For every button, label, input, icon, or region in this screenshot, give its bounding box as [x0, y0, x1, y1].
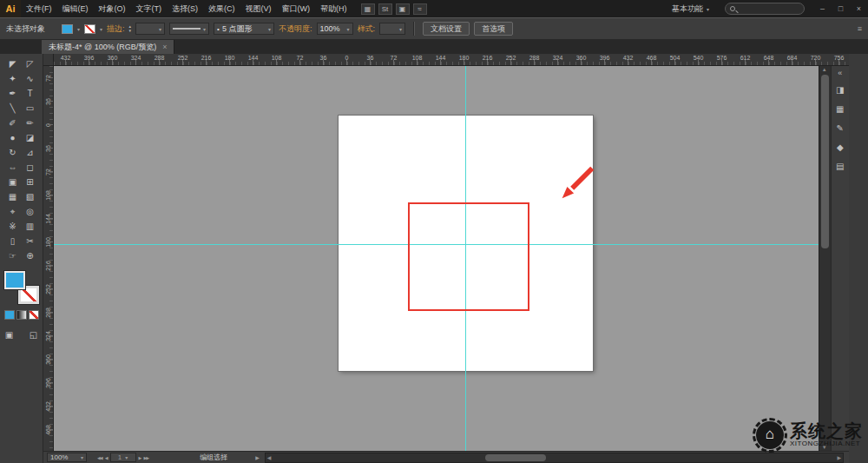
fill-dropdown-icon[interactable]: ▾ — [77, 26, 80, 32]
menu-help[interactable]: 帮助(H) — [315, 0, 352, 17]
minimize-button[interactable]: – — [813, 2, 832, 16]
free-transform-tool[interactable]: ◻ — [22, 160, 39, 175]
blob-brush-tool[interactable]: ● — [4, 130, 22, 145]
zoom-dropdown[interactable]: 100% ▾ — [47, 453, 87, 462]
shape-builder-tool[interactable]: ▣ — [4, 175, 22, 189]
slice-tool[interactable]: ✂ — [22, 234, 39, 248]
first-artboard-button[interactable]: ◀◀ — [97, 455, 102, 460]
preferences-button[interactable]: 首选项 — [474, 22, 513, 36]
eraser-tool[interactable]: ◪ — [22, 130, 39, 145]
close-button[interactable]: × — [850, 2, 868, 16]
menu-effect[interactable]: 效果(C) — [203, 0, 240, 17]
drawing-mode-button[interactable]: ▣ — [1, 327, 18, 342]
hruler-label: 180 — [218, 54, 241, 65]
fill-color-swatch[interactable] — [62, 24, 73, 34]
hruler-label: 576 — [710, 54, 733, 65]
magic-wand-tool[interactable]: ✦ — [4, 71, 22, 86]
document-setup-button[interactable]: 文档设置 — [423, 22, 470, 36]
artboard-number-field[interactable]: 1 ▾ — [110, 453, 136, 462]
artboard-tool[interactable]: ▯ — [4, 234, 22, 248]
pencil-tool[interactable]: ✏ — [22, 116, 39, 130]
search-input[interactable] — [739, 4, 799, 14]
scale-tool[interactable]: ⊿ — [22, 145, 39, 160]
menu-type[interactable]: 文字(T) — [131, 0, 168, 17]
status-menu-icon[interactable]: ▶ — [255, 454, 260, 460]
search-box — [725, 3, 805, 15]
vertical-ruler[interactable]: 7236036721081441802162522883243603964324… — [43, 66, 54, 451]
cs-live-icon[interactable]: ≈ — [413, 3, 427, 15]
color-panel-icon[interactable]: ◨ — [832, 83, 848, 96]
stock-icon[interactable]: St — [378, 3, 392, 15]
ruler-origin[interactable] — [43, 54, 54, 66]
symbols-panel-icon[interactable]: ◆ — [832, 141, 848, 154]
vertical-scrollbar-thumb[interactable] — [821, 75, 829, 248]
mesh-tool[interactable]: ▦ — [4, 189, 22, 204]
hruler-label: 108 — [265, 54, 288, 65]
next-artboard-button[interactable]: ▶ — [139, 455, 141, 460]
selection-tool[interactable]: ◤ — [4, 56, 22, 71]
zoom-tool[interactable]: ⊕ — [22, 248, 39, 263]
maximize-button[interactable]: □ — [832, 2, 850, 16]
canvas[interactable] — [54, 66, 819, 451]
stroke-panel-link[interactable]: 描边: — [107, 23, 125, 35]
go-to-bridge-icon[interactable]: ▦ — [361, 3, 375, 15]
expand-panels-icon[interactable]: « — [838, 69, 842, 77]
last-artboard-button[interactable]: ▶▶ — [143, 455, 148, 460]
style-dropdown[interactable]: ▾ — [379, 23, 405, 35]
rotate-tool[interactable]: ↻ — [4, 145, 22, 160]
type-tool[interactable]: T — [22, 86, 39, 101]
width-profile-dropdown[interactable]: ▾ — [169, 23, 209, 35]
horizontal-scrollbar-thumb[interactable] — [485, 454, 546, 461]
gradient-tool[interactable]: ▧ — [22, 189, 39, 204]
graph-tool[interactable]: ▥ — [22, 219, 39, 234]
stroke-weight-stepper[interactable]: ▴▾ — [129, 23, 132, 35]
hand-tool[interactable]: ☞ — [4, 248, 22, 263]
stroke-dropdown-icon[interactable]: ▾ — [100, 26, 102, 32]
workspace-label: 基本功能 — [672, 3, 703, 15]
none-mode-button[interactable] — [29, 310, 39, 320]
line-tool[interactable]: ╲ — [4, 101, 22, 116]
scroll-right-icon[interactable]: ▶ — [837, 454, 841, 460]
menu-view[interactable]: 视图(V) — [240, 0, 277, 17]
opacity-panel-link[interactable]: 不透明度: — [279, 23, 312, 35]
stroke-weight-dropdown[interactable]: ▾ — [135, 23, 165, 35]
workspace-switcher[interactable]: 基本功能 ▾ — [665, 3, 716, 15]
horizontal-ruler[interactable]: 4323963603242882522161801441087236036721… — [54, 54, 849, 66]
gradient-mode-button[interactable] — [16, 310, 27, 320]
stroke-color-swatch[interactable] — [84, 24, 95, 34]
direct-selection-tool[interactable]: ◸ — [22, 56, 39, 71]
eyedropper-tool[interactable]: ⌖ — [4, 204, 22, 219]
scroll-left-icon[interactable]: ◀ — [267, 454, 272, 460]
horizontal-scrollbar[interactable]: ◀ ▶ — [265, 453, 844, 463]
brushes-panel-icon[interactable]: ✎ — [832, 122, 848, 135]
menu-file[interactable]: 文件(F) — [21, 0, 57, 17]
paintbrush-tool[interactable]: ✐ — [4, 116, 22, 130]
arrange-documents-icon[interactable]: ▣ — [396, 3, 410, 15]
previous-artboard-button[interactable]: ◀ — [105, 455, 108, 460]
graphic-styles-panel-icon[interactable]: ▤ — [832, 160, 848, 173]
pen-tool[interactable]: ✒ — [4, 86, 22, 101]
document-tab[interactable]: 未标题-4* @ 100% (RGB/预览) × — [42, 40, 174, 54]
rectangle-tool[interactable]: ▭ — [22, 101, 39, 116]
symbol-sprayer-tool[interactable]: ※ — [4, 219, 22, 234]
window-controls: –□× — [813, 2, 868, 16]
rectangle-shape[interactable] — [408, 202, 529, 311]
opacity-input[interactable]: 100% ▾ — [317, 23, 353, 35]
brush-definition-dropdown[interactable]: • 5 点圆形 ▾ — [214, 23, 274, 35]
control-bar-flyout-icon[interactable]: ≡ — [858, 24, 862, 33]
menu-edit[interactable]: 编辑(E) — [57, 0, 94, 17]
hruler-label: 324 — [124, 54, 148, 65]
menu-select[interactable]: 选择(S) — [167, 0, 203, 17]
blend-tool[interactable]: ◎ — [22, 204, 39, 219]
perspective-grid-tool[interactable]: ⊞ — [22, 175, 39, 189]
menu-window[interactable]: 窗口(W) — [277, 0, 316, 17]
vertical-scrollbar[interactable] — [819, 66, 831, 451]
swatches-panel-icon[interactable]: ▦ — [832, 103, 848, 116]
menu-object[interactable]: 对象(O) — [94, 0, 131, 17]
lasso-tool[interactable]: ∿ — [22, 71, 39, 86]
width-tool[interactable]: ⇔ — [4, 160, 22, 175]
tab-close-icon[interactable]: × — [162, 43, 167, 51]
fill-swatch[interactable] — [4, 271, 25, 289]
screen-mode-button[interactable]: ◱ — [25, 327, 43, 342]
color-mode-button[interactable] — [4, 310, 15, 320]
